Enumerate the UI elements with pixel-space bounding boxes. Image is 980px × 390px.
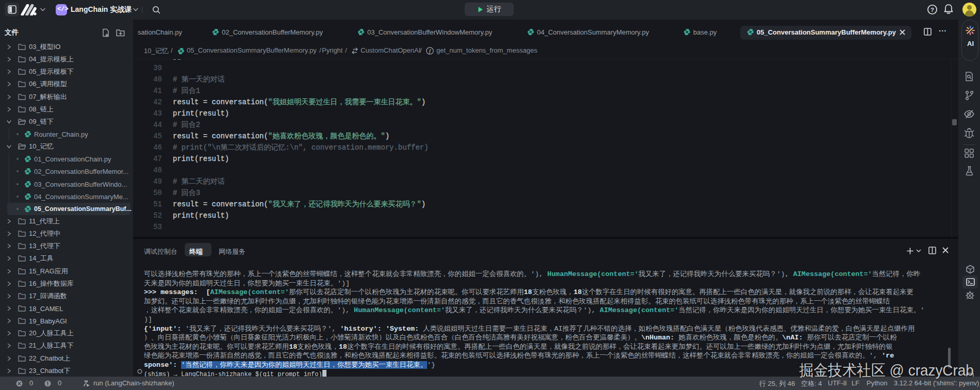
svg-text:?: ? <box>930 7 934 13</box>
svg-text:f: f <box>429 48 431 54</box>
